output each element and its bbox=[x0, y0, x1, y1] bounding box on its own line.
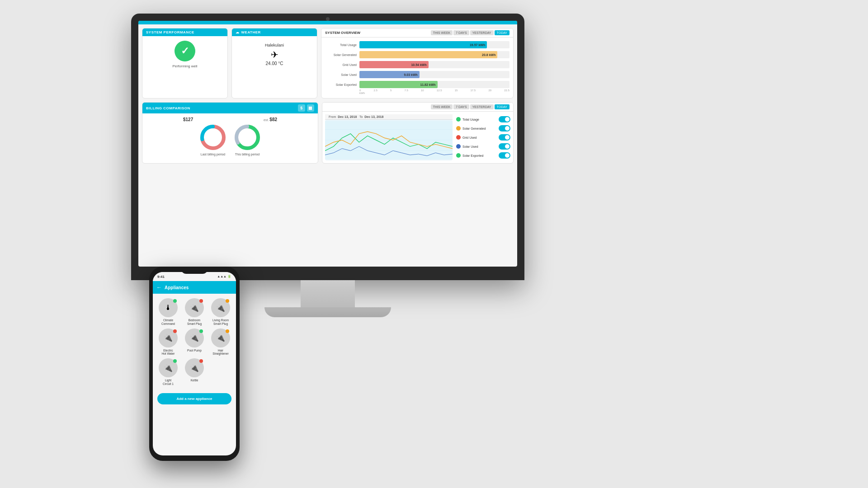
axis-label: 2.5 bbox=[374, 89, 377, 92]
bar-label: Solar Generated bbox=[325, 53, 357, 56]
bottom-tab-7-days[interactable]: 7 DAYS bbox=[453, 104, 469, 109]
bar-track: 19.57 kWh bbox=[359, 41, 509, 48]
est-label: est. bbox=[264, 118, 269, 122]
toggle-knob bbox=[505, 126, 509, 131]
appliance-item[interactable]: 🔌 LightCircuit 1 bbox=[156, 358, 180, 386]
monitor-frame: SYSTEM PERFORMANCE ✓ Performing well bbox=[131, 14, 524, 280]
bar-value: 10.54 kWh bbox=[411, 63, 426, 66]
appliance-status-dot bbox=[173, 329, 177, 333]
toggle-knob bbox=[505, 144, 509, 149]
legend-item: Grid Used bbox=[456, 134, 510, 141]
bar-row: Solar Exported 11.82 kWh bbox=[325, 81, 509, 88]
appliance-icon: 🔌 bbox=[190, 304, 199, 312]
this-donut-svg bbox=[234, 124, 261, 151]
dash-top-bar bbox=[138, 21, 517, 24]
bar-track: 9.03 kWh bbox=[359, 71, 509, 78]
overview-title: SYSTEM OVERVIEW bbox=[325, 31, 360, 35]
scene: SYSTEM PERFORMANCE ✓ Performing well bbox=[0, 0, 868, 488]
bar-row: Solar Used 9.03 kWh bbox=[325, 71, 509, 78]
appliance-icon: 🌡 bbox=[165, 304, 172, 312]
bar-fill: 11.82 kWh bbox=[359, 81, 438, 88]
tab-today[interactable]: TODAY bbox=[495, 30, 509, 35]
add-appliance-button[interactable]: Add a new appliance bbox=[157, 393, 231, 404]
bar-label: Total Usage bbox=[325, 43, 357, 47]
overview-body: Total Usage 19.57 kWh Solar Generated 20… bbox=[321, 38, 513, 98]
tab-this-week[interactable]: THIS WEEK bbox=[431, 30, 453, 35]
bar-row: Grid Used 10.54 kWh bbox=[325, 61, 509, 68]
axis-label: 22.5 bbox=[504, 89, 509, 92]
appliance-icon: 🔌 bbox=[164, 333, 173, 342]
weather-header-text: WEATHER bbox=[241, 30, 261, 34]
appliance-status-dot bbox=[173, 299, 177, 303]
last-donut-svg bbox=[199, 124, 226, 151]
appliance-item[interactable]: 🔌 Kettle bbox=[183, 358, 206, 386]
toggle-knob bbox=[505, 117, 509, 122]
appliance-icon-circle: 🔌 bbox=[159, 358, 178, 377]
legend-item: Solar Used bbox=[456, 143, 510, 150]
overview-tabs[interactable]: THIS WEEK 7 DAYS YESTERDAY TODAY bbox=[431, 30, 509, 35]
appliance-item[interactable]: 🌡 ClimateCommand bbox=[156, 298, 180, 326]
bar-fill: 10.54 kWh bbox=[359, 61, 429, 68]
appliance-item[interactable]: 🔌 ElectricHot Water bbox=[156, 328, 180, 356]
chart-date-bar: From Dec 13, 2018 To Dec 13, 2018 bbox=[325, 114, 453, 120]
bar-label: Solar Exported bbox=[325, 83, 357, 86]
axis-label: 5 bbox=[390, 89, 392, 92]
legend-dot bbox=[456, 144, 461, 149]
legend-dot bbox=[456, 153, 461, 158]
legend-item: Solar Exported bbox=[456, 152, 510, 159]
bar-fill: 19.57 kWh bbox=[359, 41, 487, 48]
billing-dollar-icon[interactable]: $ bbox=[298, 104, 305, 112]
toggle-switch[interactable] bbox=[499, 152, 510, 159]
bar-value: 20.8 kWh bbox=[482, 53, 495, 56]
bar-fill: 9.03 kWh bbox=[359, 71, 420, 78]
appliance-status-dot bbox=[199, 299, 203, 303]
bottom-chart-card: THIS WEEK 7 DAYS YESTERDAY TODAY bbox=[322, 102, 514, 164]
billing-charts: Last billing period bbox=[199, 124, 261, 156]
billing-chart-icon[interactable]: ▦ bbox=[307, 104, 314, 112]
monitor-base bbox=[264, 307, 391, 317]
phone-status-icons: ▲▲▲ 🔋 bbox=[217, 275, 231, 278]
toggle-switch[interactable] bbox=[499, 134, 510, 141]
appliance-status-dot bbox=[199, 329, 203, 333]
phone-notch bbox=[181, 267, 208, 274]
dashboard: SYSTEM PERFORMANCE ✓ Performing well bbox=[138, 21, 517, 267]
bottom-tab-yesterday[interactable]: YESTERDAY bbox=[470, 104, 494, 109]
appliance-item[interactable]: 🔌 HairStraightener bbox=[209, 328, 232, 356]
appliance-name: LightCircuit 1 bbox=[163, 379, 174, 386]
appliance-status-dot bbox=[173, 359, 177, 363]
bottom-chart-header: THIS WEEK 7 DAYS YESTERDAY TODAY bbox=[322, 103, 513, 112]
axis-label: 10 bbox=[421, 89, 424, 92]
appliance-name: HairStraightener bbox=[212, 349, 228, 356]
appliance-item[interactable]: 🔌 BedroomSmart Plug bbox=[183, 298, 206, 326]
billing-icons: $ ▦ bbox=[298, 104, 314, 112]
system-performance-card: SYSTEM PERFORMANCE ✓ Performing well bbox=[142, 28, 228, 99]
bar-chart: Total Usage 19.57 kWh Solar Generated 20… bbox=[325, 41, 509, 88]
top-row: SYSTEM PERFORMANCE ✓ Performing well bbox=[142, 28, 514, 99]
appliance-icon: 🔌 bbox=[190, 364, 199, 372]
bar-value: 19.57 kWh bbox=[470, 43, 485, 47]
toggle-switch[interactable] bbox=[499, 125, 510, 131]
check-icon: ✓ bbox=[181, 45, 189, 57]
phone: 9:41 ▲▲▲ 🔋 ← Appliances 🌡 ClimateCommand… bbox=[149, 267, 240, 461]
bottom-tab-today[interactable]: TODAY bbox=[495, 104, 509, 109]
appliance-item[interactable]: 🔌 Pool Pump bbox=[183, 328, 206, 356]
axis-label: 17.5 bbox=[471, 89, 476, 92]
axis-unit: kWh bbox=[359, 92, 509, 94]
tab-yesterday[interactable]: YESTERDAY bbox=[470, 30, 494, 35]
appliance-status-dot bbox=[226, 329, 229, 333]
bottom-tab-this-week[interactable]: THIS WEEK bbox=[431, 104, 453, 109]
monitor-camera bbox=[326, 17, 330, 21]
monitor-screen: SYSTEM PERFORMANCE ✓ Performing well bbox=[138, 21, 517, 267]
tab-7-days[interactable]: 7 DAYS bbox=[453, 30, 469, 35]
appliance-item[interactable]: 🔌 Living RoomSmart Plug bbox=[209, 298, 232, 326]
appliance-icon-circle: 🔌 bbox=[159, 328, 178, 347]
check-circle: ✓ bbox=[175, 41, 195, 61]
toggle-switch[interactable] bbox=[499, 143, 510, 150]
bottom-chart-tabs[interactable]: THIS WEEK 7 DAYS YESTERDAY TODAY bbox=[431, 104, 509, 109]
bar-track: 11.82 kWh bbox=[359, 81, 509, 88]
phone-back-button[interactable]: ← bbox=[156, 284, 162, 291]
appliance-icon: 🔌 bbox=[164, 364, 173, 372]
phone-screen: 9:41 ▲▲▲ 🔋 ← Appliances 🌡 ClimateCommand… bbox=[153, 272, 236, 455]
this-period-donut: This billing period bbox=[234, 124, 261, 156]
toggle-switch[interactable] bbox=[499, 116, 510, 122]
